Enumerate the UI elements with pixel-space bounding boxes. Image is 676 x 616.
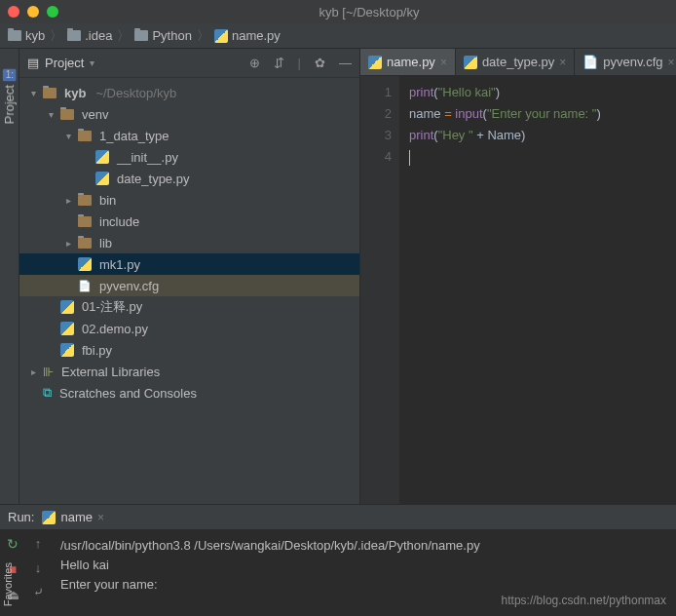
folder-icon <box>78 195 92 206</box>
target-icon[interactable]: ⊕ <box>249 56 260 70</box>
project-panel-title[interactable]: ▤ Project ▾ <box>27 56 94 70</box>
python-icon <box>42 511 56 524</box>
python-icon <box>95 172 109 185</box>
tree-row[interactable]: ▾kyb~/Desktop/kyb <box>19 82 359 103</box>
expand-arrow-icon[interactable]: ▾ <box>45 109 56 120</box>
tree-row[interactable]: date_type.py <box>19 168 359 189</box>
tree-item-label: mk1.py <box>99 257 140 272</box>
up-arrow-icon[interactable]: ↑ <box>35 536 42 551</box>
run-label: Run: <box>8 510 34 524</box>
text-cursor <box>409 150 410 166</box>
python-icon <box>464 56 477 69</box>
project-tree[interactable]: ▾kyb~/Desktop/kyb▾venv▾1_data_type__init… <box>19 78 359 504</box>
folder-icon <box>8 30 21 41</box>
tree-item-label: __init__.py <box>117 150 178 165</box>
expand-arrow-icon[interactable]: ▸ <box>62 238 74 249</box>
tree-row[interactable]: 02.demo.py <box>19 318 359 339</box>
watermark: https://blog.csdn.net/pythonmax <box>502 591 666 610</box>
editor-tab[interactable]: date_type.py × <box>456 49 575 75</box>
run-tab[interactable]: name × <box>42 510 104 524</box>
library-icon: ⊪ <box>43 365 54 379</box>
tool-tab-number: 1: <box>2 68 16 81</box>
tree-row[interactable]: ▾1_data_type <box>19 125 359 146</box>
line-gutter: 1 2 3 4 <box>360 76 399 504</box>
folder-icon <box>43 88 56 98</box>
project-panel-header: ▤ Project ▾ ⊕ ⇵ | ✿ — <box>19 49 359 78</box>
tree-row[interactable]: fbi.py <box>19 339 359 361</box>
close-tab-icon[interactable]: × <box>440 56 447 69</box>
python-icon <box>368 56 382 69</box>
titlebar: kyb [~/Desktop/ky <box>0 0 676 23</box>
tree-item-path: ~/Desktop/kyb <box>95 86 176 100</box>
maximize-window-button[interactable] <box>47 6 58 18</box>
tree-item-label: date_type.py <box>117 172 189 186</box>
run-body: ↻ ■ ⏏ ↑ ↓ ⤶ /usr/local/bin/python3.8 /Us… <box>0 530 676 616</box>
tree-row[interactable]: 📄pyvenv.cfg <box>19 275 359 296</box>
editor-body[interactable]: 1 2 3 4 print("Hello kai") name = input(… <box>360 76 676 504</box>
run-output[interactable]: /usr/local/bin/python3.8 /Users/wangkai/… <box>51 530 676 616</box>
python-icon <box>214 29 228 43</box>
tree-item-label: include <box>99 214 139 229</box>
tool-tab-label: Project <box>2 85 17 124</box>
breadcrumb-item[interactable]: .idea <box>67 28 112 43</box>
tree-row[interactable]: include <box>19 211 359 232</box>
output-line: Hello kai <box>60 556 666 575</box>
tree-row[interactable]: ▾venv <box>19 103 359 125</box>
expand-arrow-icon[interactable]: ▾ <box>27 88 39 98</box>
project-tool-tab[interactable]: Project 1: <box>2 68 17 124</box>
hide-icon[interactable]: — <box>339 56 352 70</box>
close-tab-icon[interactable]: × <box>97 511 104 524</box>
editor-tabs: name.py × date_type.py × 📄 pyvenv.cfg × <box>360 49 676 76</box>
python-icon <box>60 300 74 314</box>
folder-icon <box>60 109 74 120</box>
tree-item-label: pyvenv.cfg <box>99 279 159 293</box>
file-icon: 📄 <box>582 55 598 69</box>
tree-row[interactable]: mk1.py <box>19 253 359 275</box>
close-tab-icon[interactable]: × <box>668 56 675 69</box>
run-panel: Run: name × ↻ ■ ⏏ ↑ ↓ ⤶ /usr/local/bin/p… <box>0 504 676 616</box>
tree-row[interactable]: __init__.py <box>19 146 359 168</box>
folder-icon <box>67 30 81 41</box>
tree-item-label: bin <box>99 193 116 208</box>
project-panel: ▤ Project ▾ ⊕ ⇵ | ✿ — ▾kyb~/Desktop/kyb▾… <box>19 49 360 504</box>
tree-row[interactable]: ▸lib <box>19 232 359 253</box>
gear-icon[interactable]: ✿ <box>315 56 325 70</box>
down-arrow-icon[interactable]: ↓ <box>35 560 42 575</box>
editor-tab[interactable]: 📄 pyvenv.cfg × <box>575 49 676 75</box>
window-title: kyb [~/Desktop/ky <box>70 5 668 19</box>
favorites-tool-tab[interactable]: Favorites <box>2 562 14 606</box>
left-tool-gutter: Project 1: <box>0 49 19 504</box>
editor-tab[interactable]: name.py × <box>360 49 456 75</box>
chevron-right-icon: 〉 <box>117 27 130 45</box>
tree-row[interactable]: 01-注释.py <box>19 296 359 318</box>
breadcrumb-item[interactable]: name.py <box>214 28 281 43</box>
tree-row[interactable]: ▸bin <box>19 189 359 211</box>
main-area: Project 1: ▤ Project ▾ ⊕ ⇵ | ✿ — ▾kyb~/D… <box>0 49 676 504</box>
expand-arrow-icon[interactable]: ▸ <box>27 366 39 377</box>
rerun-icon[interactable]: ↻ <box>7 536 19 552</box>
collapse-all-icon[interactable]: ⇵ <box>274 56 284 70</box>
wrap-icon[interactable]: ⤶ <box>33 585 44 599</box>
python-icon <box>95 150 109 164</box>
close-tab-icon[interactable]: × <box>559 56 566 69</box>
code-area[interactable]: print("Hello kai") name = input("Enter y… <box>399 76 676 504</box>
breadcrumb: kyb 〉 .idea 〉 Python 〉 name.py <box>0 23 676 49</box>
tree-item-label: kyb <box>64 86 86 100</box>
python-icon <box>60 343 74 357</box>
tree-item-label: External Libraries <box>61 365 160 379</box>
close-window-button[interactable] <box>8 6 19 18</box>
breadcrumb-item[interactable]: Python <box>134 28 191 43</box>
run-toolbar-secondary: ↑ ↓ ⤶ <box>25 530 51 616</box>
tree-row[interactable]: ▸⊪External Libraries <box>19 361 359 382</box>
folder-icon <box>78 216 92 227</box>
tree-item-label: Scratches and Consoles <box>59 386 197 401</box>
minimize-window-button[interactable] <box>27 6 39 18</box>
tree-row[interactable]: ⧉Scratches and Consoles <box>19 382 359 404</box>
tree-item-label: venv <box>82 107 108 122</box>
editor-panel: name.py × date_type.py × 📄 pyvenv.cfg × … <box>360 49 676 504</box>
tree-item-label: fbi.py <box>82 343 112 358</box>
breadcrumb-item[interactable]: kyb <box>8 28 45 43</box>
folder-icon <box>134 30 148 41</box>
expand-arrow-icon[interactable]: ▾ <box>62 131 74 141</box>
expand-arrow-icon[interactable]: ▸ <box>62 195 74 206</box>
